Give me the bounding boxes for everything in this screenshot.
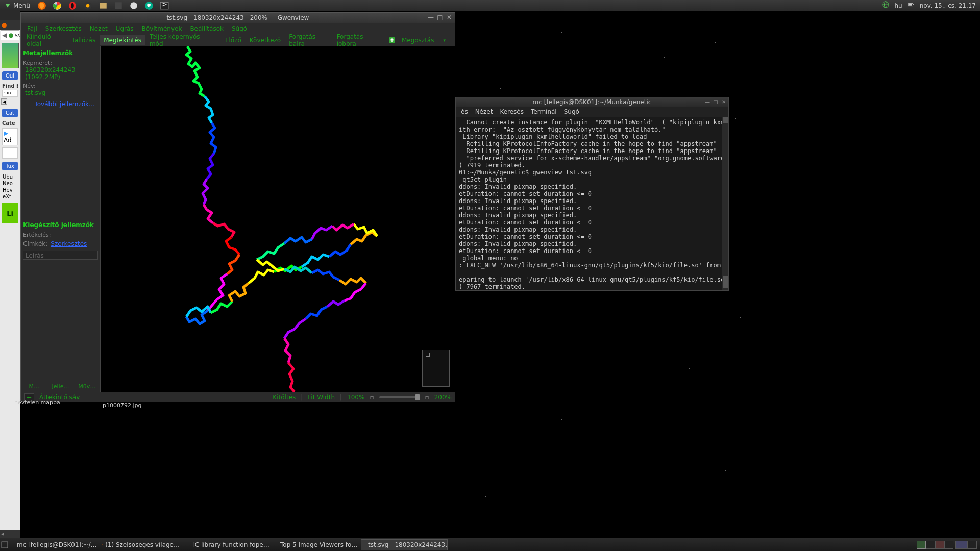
task-label: Top 5 Image Viewers fo…: [280, 541, 357, 548]
zoom-fill[interactable]: Kitöltés: [273, 394, 296, 401]
tool-prev[interactable]: Előző: [222, 35, 245, 45]
panel-launchers: >_: [34, 1, 172, 10]
battery-icon[interactable]: [908, 1, 915, 10]
gwenview-menubar: Fájl Szerkesztés Nézet Ugrás Bővítmények…: [21, 23, 455, 34]
url-fragment: sv: [15, 32, 20, 39]
quick-button[interactable]: Qui: [2, 71, 18, 80]
app-icon-4[interactable]: [144, 1, 154, 10]
size-value: 180320x244243 (1092.2MP): [25, 66, 98, 81]
sidebar-tabs: M… Jelle… Műv…: [21, 382, 100, 392]
menu-help[interactable]: Súgó: [564, 108, 579, 115]
svg-point-23: [102, 544, 103, 545]
zoom-100[interactable]: 100%: [347, 394, 364, 401]
screenshot-thumb[interactable]: [2, 43, 19, 68]
maximize-button[interactable]: □: [712, 98, 719, 105]
konsole-menubar: és Nézet Keresés Terminál Súgó: [456, 107, 728, 117]
menu-search[interactable]: Keresés: [500, 108, 524, 115]
pager-desktop-2[interactable]: [926, 541, 935, 549]
sidebar-tab-ops[interactable]: Műv…: [74, 382, 100, 392]
pager-desktop-3[interactable]: [935, 541, 944, 549]
app-menu-button[interactable]: Menü: [0, 0, 34, 11]
chevron-down-icon: ▾: [439, 36, 449, 44]
app-menu-label: Menü: [13, 2, 30, 9]
pager-desktop-4[interactable]: [944, 541, 953, 549]
desktop-folder-label[interactable]: névtelen mappa: [14, 399, 60, 406]
tux-button[interactable]: Tux: [2, 162, 18, 170]
tool-view[interactable]: Megtekintés: [100, 35, 145, 45]
terminal-scrollbar[interactable]: [722, 117, 728, 290]
find-input[interactable]: :fin: [2, 90, 18, 97]
zoom-fitwidth[interactable]: Fit Width: [308, 394, 335, 401]
sidebar-tab-info[interactable]: Jelle…: [47, 382, 74, 392]
menu-view[interactable]: Nézet: [87, 24, 111, 33]
search-card[interactable]: [2, 147, 18, 159]
menu-item[interactable]: és: [461, 108, 468, 115]
tool-browse[interactable]: Tallózás: [68, 35, 100, 45]
svg-marker-0: [6, 4, 10, 7]
chrome-icon[interactable]: [53, 1, 62, 10]
browser-addressbar[interactable]: ◀ ● sv: [1, 30, 19, 40]
list-item[interactable]: Ubu: [1, 173, 19, 180]
files-icon[interactable]: [99, 1, 108, 10]
image-canvas[interactable]: [101, 46, 455, 392]
browser-tabstrip[interactable]: [0, 11, 20, 20]
close-button[interactable]: ✕: [446, 14, 453, 21]
list-item[interactable]: Neo: [1, 180, 19, 187]
pager-widget-2[interactable]: [968, 541, 977, 549]
gwenview-window: tst.svg - 180320x244243 - 200% — Gwenvie…: [20, 12, 455, 401]
back-button[interactable]: ◀: [2, 32, 7, 39]
rating-label: Értékelés:: [23, 232, 98, 238]
minimize-button[interactable]: —: [427, 14, 434, 21]
add-card[interactable]: ▶ Ad: [2, 128, 18, 145]
opera-icon[interactable]: [68, 1, 77, 10]
browser-status: ◂: [0, 530, 20, 538]
list-item[interactable]: Hev: [1, 187, 19, 193]
firefox-icon[interactable]: [37, 1, 46, 10]
more-properties-link[interactable]: További jellemzők…: [23, 101, 98, 108]
window-title: tst.svg - 180320x244243 - 200% — Gwenvie…: [167, 14, 309, 21]
show-desktop-button[interactable]: [0, 538, 9, 551]
list-item[interactable]: eXt: [1, 193, 19, 200]
keyboard-layout[interactable]: hu: [894, 2, 902, 9]
app-icon[interactable]: [83, 1, 92, 10]
minimap[interactable]: [422, 350, 450, 387]
taskbar-task[interactable]: (1) Szelsoseges vilage…: [97, 539, 184, 550]
tags-edit-link[interactable]: Szerkesztés: [51, 240, 87, 247]
taskbar-task[interactable]: tst.svg - 180320x244243…: [361, 539, 448, 550]
zoom-out-icon[interactable]: ▫: [370, 394, 374, 401]
menu-go[interactable]: Ugrás: [113, 24, 137, 33]
minimize-button[interactable]: —: [704, 98, 711, 105]
description-input[interactable]: Leírás: [23, 251, 98, 260]
lock-icon: ●: [8, 32, 13, 39]
menu-view[interactable]: Nézet: [475, 108, 493, 115]
terminal-icon[interactable]: >_: [160, 1, 169, 10]
sidebar-tab-folders[interactable]: M…: [21, 382, 47, 392]
menu-help[interactable]: Súgó: [229, 24, 250, 33]
taskbar-task[interactable]: mc [fellegis@DSK01]:~/…: [10, 539, 96, 550]
svg-text:>_: >_: [161, 1, 169, 8]
app-icon-3[interactable]: [129, 1, 138, 10]
konsole-window: mc [fellegis@DSK01]:~/Munka/genetic — □ …: [455, 97, 729, 291]
close-button[interactable]: ✕: [720, 98, 727, 105]
pager-widget[interactable]: [955, 541, 968, 549]
category-button[interactable]: Cat: [2, 109, 18, 117]
pager-desktop-1[interactable]: [917, 541, 926, 549]
download-button[interactable]: Li: [2, 203, 18, 223]
terminal-output[interactable]: Cannot create instance for plugin "KXMLH…: [456, 117, 728, 289]
svg-point-7: [86, 4, 90, 7]
network-icon[interactable]: [882, 1, 889, 10]
tool-next[interactable]: Következő: [246, 35, 284, 45]
zoom-value: 200%: [434, 394, 452, 401]
menu-terminal[interactable]: Terminál: [531, 108, 557, 115]
gwenview-titlebar[interactable]: tst.svg - 180320x244243 - 200% — Gwenvie…: [21, 13, 455, 23]
pager[interactable]: [917, 541, 980, 549]
app-icon-2[interactable]: [114, 1, 123, 10]
zoom-slider[interactable]: [379, 396, 420, 398]
taskbar-task[interactable]: Top 5 Image Viewers fo…: [273, 539, 360, 550]
konsole-titlebar[interactable]: mc [fellegis@DSK01]:~/Munka/genetic — □ …: [456, 97, 728, 107]
taskbar-task[interactable]: [C library function fope…: [185, 539, 272, 550]
maximize-button[interactable]: □: [436, 14, 444, 21]
clock[interactable]: nov. 15., cs, 21.17: [920, 2, 976, 9]
zoom-in-icon[interactable]: ▫: [425, 394, 429, 401]
tool-share[interactable]: Megosztás ▾: [384, 34, 453, 47]
